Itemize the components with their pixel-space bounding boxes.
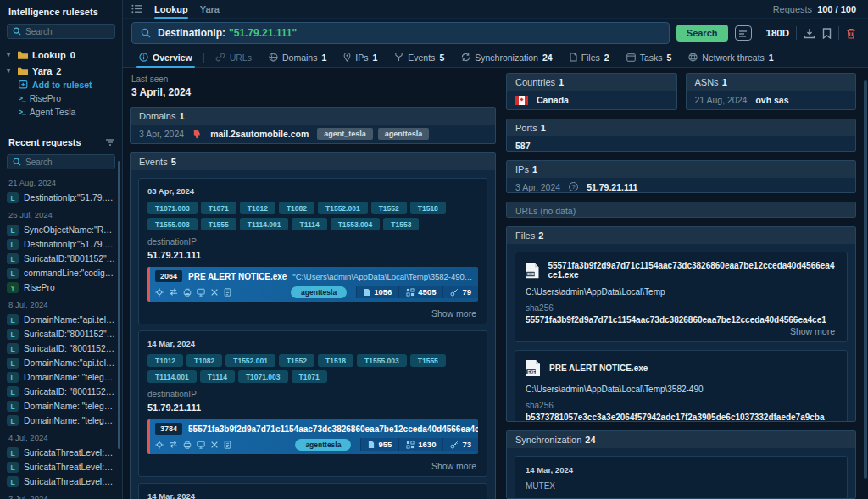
tab-synchronization[interactable]: Synchronization24: [453, 47, 559, 68]
mitre-technique-chip[interactable]: T1555.003: [147, 218, 198, 230]
recent-request-item[interactable]: L DestinationIp:"51.79.21...: [7, 191, 115, 205]
sidebar-item-agent-tesla-rule[interactable]: >_ Agent Tesla: [7, 105, 115, 119]
mitre-technique-chip[interactable]: T1552.001: [225, 354, 275, 367]
tools-icon[interactable]: [210, 288, 219, 297]
file-item[interactable]: EXE PRE ALERT NOTICE.exe C:\Users\admin\…: [515, 350, 848, 422]
recent-request-item[interactable]: L DomainName: "telegram...: [7, 399, 115, 413]
event-ip-value[interactable]: 51.79.21.111: [147, 402, 478, 413]
delete-button[interactable]: [846, 28, 856, 39]
filter-icon[interactable]: [105, 138, 115, 147]
sha256-hash[interactable]: 55571fa3b9f2d9a7d71c1154aac73dc3826860ea…: [526, 315, 837, 324]
swap-arrows-icon[interactable]: [169, 441, 178, 448]
download-button[interactable]: [804, 28, 815, 39]
recent-request-item[interactable]: L SyncObjectName:"Rmc": [7, 223, 115, 237]
event-show-more-link[interactable]: Show more: [147, 307, 478, 319]
mitre-technique-chip[interactable]: T1553.004: [331, 218, 381, 230]
monitor-icon[interactable]: [197, 441, 205, 449]
tab-events[interactable]: Events5: [387, 47, 452, 68]
mitre-technique-chip[interactable]: T1071: [201, 202, 236, 214]
recent-request-item[interactable]: L DomainName:"api.telegr...: [7, 356, 115, 370]
recent-request-item[interactable]: L DomainName: "telegram...: [7, 370, 115, 385]
monitor-icon[interactable]: [197, 288, 205, 297]
recent-request-item[interactable]: L SuricataID:"8001152" A...: [7, 327, 115, 341]
mitre-technique-chip[interactable]: T1071.003: [238, 370, 288, 383]
malware-family-tag[interactable]: agenttesla: [291, 286, 347, 298]
mitre-technique-chip[interactable]: T1555.003: [357, 354, 407, 367]
add-to-ruleset-button[interactable]: Add to ruleset: [7, 78, 115, 91]
ip-row[interactable]: 3 Apr, 2024 ? 51.79.21.111: [507, 178, 855, 193]
tab-tasks[interactable]: Tasks5: [619, 47, 680, 68]
domain-row[interactable]: 3 Apr, 2024 mail.2sautomobile.com agent_…: [131, 125, 495, 143]
events-card-header[interactable]: Events5: [131, 153, 495, 170]
tools-icon[interactable]: [210, 441, 219, 449]
recent-request-item[interactable]: L SuricataThreatLevel:"ma...: [7, 474, 115, 489]
mitre-technique-chip[interactable]: T1552.001: [318, 202, 368, 214]
rulesets-search-input[interactable]: [25, 27, 109, 36]
process-row[interactable]: 3784 55571fa3b9f2d9a7d71c1154aac73dc3826…: [147, 419, 478, 454]
recent-request-item[interactable]: L SuricataID:"8001152" A...: [7, 252, 115, 266]
printer-icon[interactable]: [183, 441, 192, 449]
virus-icon[interactable]: [155, 288, 164, 297]
asns-card-header[interactable]: ASNs1: [687, 74, 856, 91]
mitre-technique-chip[interactable]: T1552: [279, 354, 314, 367]
recent-request-item[interactable]: L DomainName:"api.telegr...: [7, 313, 115, 327]
recent-request-item[interactable]: L SuricataID: "8001152" a...: [7, 385, 115, 399]
process-row[interactable]: 2064 PRE ALERT NOTICE.exe "C:\Users\admi…: [147, 267, 478, 302]
mitre-technique-chip[interactable]: T1518: [410, 202, 446, 214]
mitre-technique-chip[interactable]: T1552: [371, 202, 407, 214]
mitre-technique-chip[interactable]: T1114: [200, 370, 235, 383]
recent-request-item[interactable]: L SuricataThreatLevel:"ma...: [7, 460, 115, 474]
period-selector[interactable]: 180D: [766, 28, 790, 38]
mitre-technique-chip[interactable]: T1082: [186, 354, 222, 367]
recent-requests-search-input[interactable]: [25, 158, 109, 167]
mitre-technique-chip[interactable]: T1518: [318, 354, 353, 367]
mitre-technique-chip[interactable]: T1555: [410, 354, 446, 367]
recent-request-item[interactable]: L DomainName: "telegram...: [7, 413, 115, 428]
synchronization-card-header[interactable]: Synchronization24: [507, 431, 855, 448]
ips-card-header[interactable]: IPs1: [507, 161, 855, 178]
mitre-technique-chip[interactable]: T1553: [383, 218, 419, 230]
mitre-technique-chip[interactable]: T1114.001: [240, 218, 289, 230]
mitre-technique-chip[interactable]: T1012: [147, 354, 183, 367]
bookmark-button[interactable]: [822, 28, 832, 39]
recent-request-item[interactable]: L SuricataThreatLevel:"ma...: [7, 446, 115, 460]
ip-value[interactable]: 51.79.21.111: [587, 182, 637, 192]
ports-card-header[interactable]: Ports1: [507, 119, 855, 136]
mitre-technique-chip[interactable]: T1012: [240, 202, 275, 214]
files-card-header[interactable]: Files2: [507, 227, 855, 244]
sync-item[interactable]: 14 Mar, 2024 MUTEX: [515, 456, 848, 499]
recent-request-item[interactable]: L commandLine:"codigo" ...: [7, 266, 115, 280]
mitre-technique-chip[interactable]: T1082: [279, 202, 314, 214]
country-row[interactable]: Canada: [507, 91, 676, 109]
countries-card-header[interactable]: Countries1: [507, 74, 676, 91]
domains-card-header[interactable]: Domains1: [131, 108, 495, 125]
tab-urls[interactable]: URLs: [208, 47, 259, 68]
list-menu-icon[interactable]: [131, 4, 142, 14]
mitre-technique-chip[interactable]: T1071.003: [147, 202, 198, 214]
asn-row[interactable]: 21 Aug, 2024 ovh sas: [687, 91, 856, 109]
tab-overview[interactable]: Overview: [131, 47, 200, 68]
sha256-hash[interactable]: b5373781057e3cc3a3e2064f57942adc17f2a390…: [526, 413, 837, 422]
sidebar-item-lookup-folder[interactable]: ▾ Lookup 0: [7, 47, 115, 62]
tab-lookup[interactable]: Lookup: [154, 0, 188, 19]
report-icon[interactable]: [224, 441, 231, 449]
main-scrollbar[interactable]: [864, 80, 867, 479]
recent-request-item[interactable]: L DestinationIp:"51.79.21...: [7, 237, 115, 252]
mitre-technique-chip[interactable]: T1114.001: [147, 370, 197, 383]
recent-request-item[interactable]: Y RisePro: [7, 280, 115, 295]
rulesets-search[interactable]: [7, 24, 115, 39]
search-button[interactable]: Search: [676, 25, 728, 42]
file-show-more-link[interactable]: Show more: [526, 324, 837, 336]
tab-network-threats[interactable]: Network threats1: [681, 47, 781, 68]
sidebar-scrollbar[interactable]: [118, 161, 120, 449]
sidebar-item-yara-folder[interactable]: ▾ Yara 2: [7, 64, 115, 78]
printer-icon[interactable]: [183, 288, 192, 297]
query-builder-button[interactable]: [735, 25, 752, 41]
malware-family-tag[interactable]: agenttesla: [295, 439, 351, 451]
tab-yara[interactable]: Yara: [200, 0, 220, 19]
domain-value[interactable]: mail.2sautomobile.com: [210, 129, 309, 139]
report-icon[interactable]: [224, 288, 231, 297]
swap-arrows-icon[interactable]: [169, 288, 178, 296]
mitre-technique-chip[interactable]: T1071: [292, 370, 327, 383]
mitre-technique-chip[interactable]: T1114: [292, 218, 326, 230]
